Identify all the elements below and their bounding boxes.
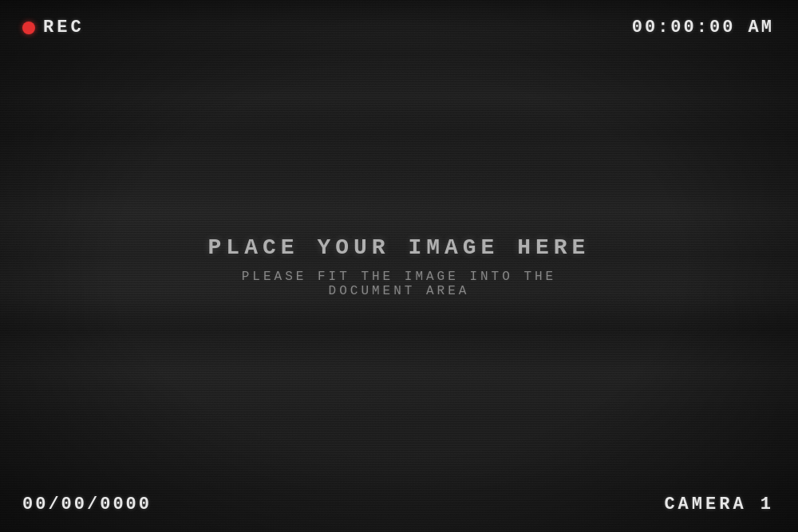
- placeholder-sub-text: PLEASE FIT THE IMAGE INTO THE DOCUMENT A…: [200, 269, 598, 298]
- center-placeholder: PLACE YOUR IMAGE HERE PLEASE FIT THE IMA…: [200, 234, 598, 298]
- placeholder-main-text: PLACE YOUR IMAGE HERE: [200, 234, 598, 259]
- cctv-screen: PLACE YOUR IMAGE HERE PLEASE FIT THE IMA…: [0, 0, 798, 532]
